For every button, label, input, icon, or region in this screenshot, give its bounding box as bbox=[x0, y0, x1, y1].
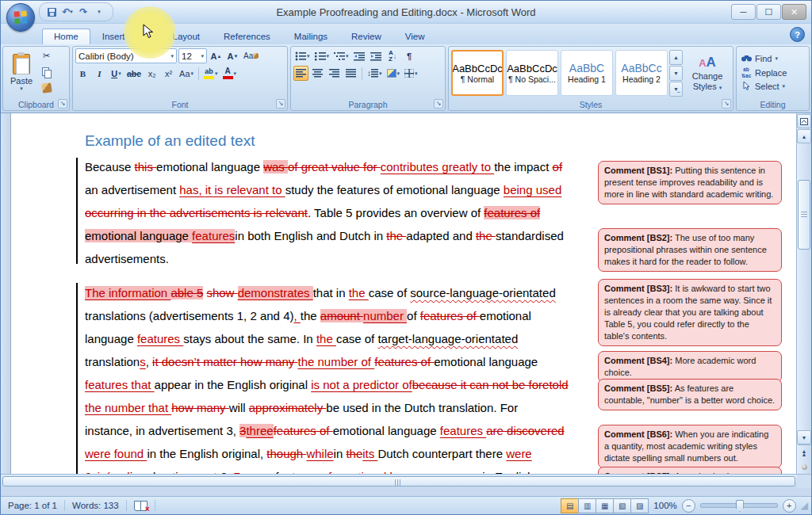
vertical-scroll-thumb[interactable] bbox=[798, 180, 810, 250]
tab-mailings[interactable]: Mailings bbox=[282, 29, 339, 44]
save-button[interactable] bbox=[44, 6, 59, 18]
horizontal-scroll-thumb[interactable] bbox=[2, 476, 795, 486]
tab-review[interactable]: Review bbox=[339, 29, 393, 44]
undo-button[interactable]: ↶▾ bbox=[60, 6, 75, 18]
comment-balloon-bs4[interactable]: Comment [BS4]: More academic word choice… bbox=[598, 351, 782, 383]
font-dialog-launcher[interactable]: ↘ bbox=[276, 99, 285, 109]
maximize-button[interactable]: ☐ bbox=[756, 4, 781, 20]
draft-view-button[interactable]: ▨ bbox=[630, 498, 649, 513]
style-gallery-more-button[interactable]: ▼̲ bbox=[669, 82, 683, 97]
bold-button[interactable]: B bbox=[75, 66, 90, 81]
comment-balloon-bs5[interactable]: Comment [BS5]: As features are countable… bbox=[598, 379, 782, 410]
grow-font-button[interactable]: A▲ bbox=[209, 48, 224, 63]
clipboard-dialog-launcher[interactable]: ↘ bbox=[58, 99, 67, 109]
tab-home[interactable]: Home bbox=[42, 29, 90, 44]
document-line[interactable]: were found in the English original, thou… bbox=[85, 442, 591, 465]
cut-button[interactable]: ✂ bbox=[39, 48, 54, 63]
text-highlight-button[interactable]: ab▾ bbox=[202, 66, 220, 81]
superscript-button[interactable]: x² bbox=[161, 66, 176, 81]
close-button[interactable]: ✕ bbox=[782, 4, 806, 20]
underline-button[interactable]: U▾ bbox=[109, 66, 124, 81]
outline-view-button[interactable]: ▧ bbox=[613, 498, 631, 513]
tab-page-layout[interactable]: Page Layout bbox=[136, 29, 212, 44]
style-scroll-up-button[interactable]: ▲ bbox=[669, 50, 683, 65]
font-color-button[interactable]: A▾ bbox=[221, 66, 239, 81]
document-line[interactable]: advertisements. bbox=[85, 247, 591, 270]
align-right-button[interactable] bbox=[327, 66, 342, 81]
zoom-out-button[interactable]: − bbox=[682, 499, 695, 513]
style-chip-normal[interactable]: AaBbCcDc¶ Normal bbox=[451, 50, 504, 96]
zoom-level[interactable]: 100% bbox=[653, 501, 676, 510]
clear-formatting-button[interactable]: Aa bbox=[242, 48, 260, 63]
styles-dialog-launcher[interactable]: ↘ bbox=[722, 99, 731, 109]
style-chip-no-spaci[interactable]: AaBbCcDc¶ No Spaci... bbox=[506, 50, 558, 96]
office-button[interactable] bbox=[6, 3, 35, 32]
select-browse-object-button[interactable] bbox=[798, 460, 810, 473]
decrease-indent-button[interactable] bbox=[352, 48, 367, 63]
document-line[interactable]: language features stays about the same. … bbox=[85, 327, 591, 350]
paste-button[interactable]: Paste ▾ bbox=[6, 48, 37, 97]
style-chip-heading-1[interactable]: AaBbCHeading 1 bbox=[561, 50, 613, 96]
find-button[interactable]: Find▾ bbox=[739, 53, 806, 64]
comment-balloon-bs2[interactable]: Comment [BS2]: The use of too many prepo… bbox=[598, 228, 782, 272]
document-page[interactable]: Example of an edited text Because this e… bbox=[10, 113, 797, 488]
replace-button[interactable]: ab⇅ac Replace bbox=[739, 66, 806, 78]
document-line[interactable]: an advertisement has, it is relevant to … bbox=[85, 178, 591, 201]
change-styles-button[interactable]: AA Change Styles ▾ bbox=[684, 55, 730, 92]
select-button[interactable]: Select▾ bbox=[739, 81, 806, 93]
zoom-slider[interactable] bbox=[700, 503, 778, 508]
sort-button[interactable]: AZ↓ bbox=[385, 48, 400, 63]
redo-button[interactable]: ↷ bbox=[76, 6, 90, 18]
vertical-scroll-track[interactable] bbox=[798, 144, 810, 429]
paragraph-dialog-launcher[interactable]: ↘ bbox=[434, 99, 443, 109]
document-line[interactable]: occurring in the advertisements is relev… bbox=[85, 201, 591, 224]
full-screen-reading-view-button[interactable]: ▥ bbox=[578, 498, 596, 513]
zoom-slider-thumb[interactable] bbox=[736, 500, 744, 512]
page-indicator[interactable]: Page: 1 of 1 bbox=[1, 500, 65, 511]
format-painter-button[interactable] bbox=[39, 80, 54, 95]
font-size-combo[interactable]: 12 ▾ bbox=[178, 48, 207, 63]
italic-button[interactable]: I bbox=[92, 66, 107, 81]
resize-grip[interactable]: ◢ bbox=[801, 501, 808, 510]
numbering-button[interactable]: ▾ bbox=[313, 48, 331, 63]
align-left-button[interactable] bbox=[293, 66, 308, 81]
copy-button[interactable] bbox=[39, 64, 54, 79]
document-line[interactable]: emotional language featuresin both Engli… bbox=[85, 224, 591, 247]
align-center-button[interactable] bbox=[310, 66, 325, 81]
proofing-status-button[interactable]: × bbox=[127, 500, 155, 511]
change-case-button[interactable]: Aa▾ bbox=[178, 66, 195, 81]
document-line[interactable]: instance, in advertisement 3, 3threefeat… bbox=[85, 419, 591, 442]
vertical-scrollbar[interactable]: ▲ ▼ ▲▲ ▼▼ bbox=[796, 113, 811, 488]
document-line[interactable]: Because this emotional language was of g… bbox=[85, 155, 591, 178]
strikethrough-button[interactable]: abe bbox=[125, 66, 143, 81]
show-hide-marks-button[interactable]: ¶ bbox=[402, 48, 417, 63]
comment-balloon-bs1[interactable]: Comment [BS1]: Putting this sentence in … bbox=[598, 161, 782, 204]
tab-references[interactable]: References bbox=[212, 29, 282, 44]
document-line[interactable]: the number that how many will approximat… bbox=[85, 396, 591, 419]
print-layout-view-button[interactable]: ▤ bbox=[561, 498, 579, 513]
tab-insert[interactable]: Insert bbox=[90, 29, 137, 44]
document-line[interactable]: The information able 5 show demonstrates… bbox=[85, 281, 591, 304]
help-button[interactable]: ? bbox=[790, 27, 805, 42]
horizontal-scrollbar[interactable] bbox=[1, 474, 797, 488]
document-line[interactable]: translations (advertisements 1, 2 and 4)… bbox=[85, 304, 591, 327]
tab-view[interactable]: View bbox=[393, 29, 437, 44]
line-spacing-button[interactable]: ↕▾ bbox=[366, 66, 384, 81]
borders-button[interactable]: ▾ bbox=[403, 66, 419, 81]
increase-indent-button[interactable] bbox=[369, 48, 384, 63]
zoom-in-button[interactable]: + bbox=[783, 499, 796, 513]
shading-button[interactable]: ▾ bbox=[385, 66, 402, 81]
customize-qat-button[interactable]: ▾ bbox=[92, 6, 106, 18]
document-line[interactable]: translations, it doesn’t matter how many… bbox=[85, 350, 591, 373]
bullets-button[interactable]: ▾ bbox=[293, 48, 312, 63]
comment-balloon-bs3[interactable]: Comment [BS3]: It is awkward to start tw… bbox=[598, 279, 782, 346]
previous-page-button[interactable]: ▲▲ bbox=[798, 447, 810, 460]
font-name-combo[interactable]: Calibri (Body) ▾ bbox=[75, 48, 177, 63]
style-scroll-down-button[interactable]: ▼ bbox=[669, 66, 683, 81]
ruler-toggle-button[interactable] bbox=[797, 114, 811, 128]
minimize-button[interactable]: ─ bbox=[731, 4, 756, 20]
word-count[interactable]: Words: 133 bbox=[65, 500, 127, 511]
multilevel-list-button[interactable]: ▾ bbox=[332, 48, 350, 63]
shrink-font-button[interactable]: A▼ bbox=[225, 48, 240, 63]
document-line[interactable]: features that appear in the English orig… bbox=[85, 373, 591, 396]
